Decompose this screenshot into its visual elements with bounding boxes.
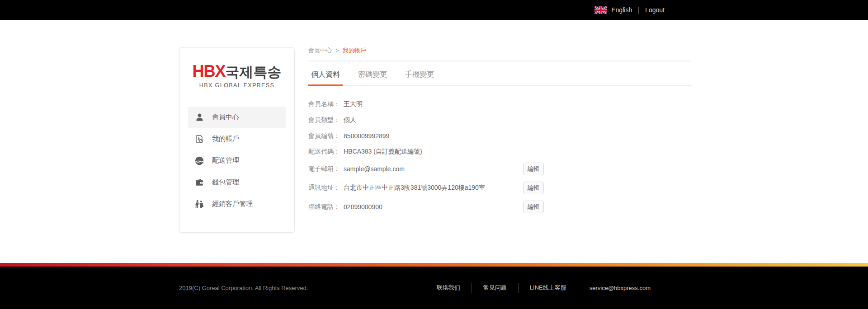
sidebar-item-delivery-manage[interactable]: 配送管理 bbox=[188, 150, 286, 172]
tab-profile[interactable]: 個人資料 bbox=[308, 61, 343, 85]
field-label: 通訊地址： bbox=[308, 184, 344, 192]
sidebar-item-member-center[interactable]: 會員中心 bbox=[188, 107, 286, 128]
footer-links: 联络我们常见问题LINE线上客服service@hbxpress.com bbox=[425, 283, 662, 293]
logo: HBX국제특송 HBX GLOBAL EXPRESS bbox=[179, 63, 294, 89]
footer-link-line-service[interactable]: LINE线上客服 bbox=[519, 284, 578, 292]
field-value: 台北市中正區中正路3段381號3000弄120樓a190室 bbox=[344, 184, 485, 192]
profile-field-row: 會員類型： 個人 bbox=[308, 112, 691, 128]
edit-button[interactable]: 編輯 bbox=[523, 182, 544, 194]
copyright-text: 2019(C) Goreal Corporation. All Rights R… bbox=[179, 285, 308, 291]
breadcrumb-separator: > bbox=[335, 47, 339, 54]
profile-field-row: 會員編號： 8500009992899 bbox=[308, 128, 691, 144]
field-label: 聯絡電話： bbox=[308, 203, 344, 211]
sidebar: HBX국제특송 HBX GLOBAL EXPRESS 會員中心 我的帳戶 配送管… bbox=[179, 47, 295, 233]
language-toggle[interactable]: English bbox=[611, 6, 632, 14]
footer-link-contact-us[interactable]: 联络我们 bbox=[425, 284, 472, 292]
profile-field-row: 配送代碼： HBCA383 (自訂義配送編號) bbox=[308, 144, 691, 159]
tab-password[interactable]: 密碼變更 bbox=[355, 61, 390, 85]
page-body: HBX국제특송 HBX GLOBAL EXPRESS 會員中心 我的帳戶 配送管… bbox=[0, 20, 868, 263]
footer-gradient-strip bbox=[0, 263, 868, 267]
field-value: 02099000900 bbox=[344, 203, 382, 211]
footer: 2019(C) Goreal Corporation. All Rights R… bbox=[0, 267, 868, 309]
footer-link-service-email[interactable]: service@hbxpress.com bbox=[578, 285, 662, 291]
logo-brand-text: HBX bbox=[193, 62, 226, 80]
person-icon bbox=[194, 112, 205, 122]
sidebar-item-label: 我的帳戶 bbox=[212, 135, 239, 143]
globe-icon bbox=[194, 156, 205, 166]
field-value: 8500009992899 bbox=[344, 132, 389, 140]
sidebar-item-label: 會員中心 bbox=[212, 113, 239, 122]
edit-button[interactable]: 編輯 bbox=[523, 163, 544, 175]
sidebar-item-dealer-manage[interactable]: 經銷客戶管理 bbox=[188, 193, 286, 215]
main-content: 會員中心>我的帳戶 個人資料密碼變更手機變更 會員名稱： 王大明 會員類型： 個… bbox=[308, 20, 691, 233]
logout-button[interactable]: Logout bbox=[645, 6, 665, 14]
field-label: 會員名稱： bbox=[308, 100, 344, 108]
sidebar-menu: 會員中心 我的帳戶 配送管理 錢包管理 經銷客戶管理 bbox=[179, 107, 294, 215]
breadcrumb-current: 我的帳戶 bbox=[343, 47, 366, 54]
logo-korean-text: 국제특송 bbox=[226, 64, 282, 80]
field-value: 個人 bbox=[344, 116, 356, 124]
sidebar-item-label: 配送管理 bbox=[212, 156, 239, 165]
sidebar-item-label: 錢包管理 bbox=[212, 178, 239, 187]
field-label: 會員類型： bbox=[308, 116, 344, 124]
sidebar-item-label: 經銷客戶管理 bbox=[212, 200, 253, 208]
profile-field-row: 會員名稱： 王大明 bbox=[308, 96, 691, 112]
document-edit-icon bbox=[194, 134, 205, 144]
profile-field-row: 聯絡電話： 02099000900 編輯 bbox=[308, 197, 691, 216]
field-value: 王大明 bbox=[344, 100, 363, 108]
profile-field-row: 通訊地址： 台北市中正區中正路3段381號3000弄120樓a190室 編輯 bbox=[308, 178, 691, 197]
field-label: 配送代碼： bbox=[308, 148, 344, 156]
profile-field-row: 電子郵箱： sample@sample.com 編輯 bbox=[308, 159, 691, 178]
field-value: HBCA383 (自訂義配送編號) bbox=[344, 148, 422, 156]
footer-link-faq[interactable]: 常见问题 bbox=[472, 284, 518, 292]
topbar-divider bbox=[638, 7, 639, 14]
edit-button[interactable]: 編輯 bbox=[523, 201, 544, 213]
topbar: English Logout bbox=[0, 0, 868, 20]
uk-flag-icon bbox=[594, 6, 607, 14]
field-label: 會員編號： bbox=[308, 132, 344, 140]
wallet-icon bbox=[194, 178, 205, 187]
tab-phone[interactable]: 手機變更 bbox=[402, 61, 437, 85]
logo-subtitle: HBX GLOBAL EXPRESS bbox=[179, 83, 294, 89]
breadcrumb-parent[interactable]: 會員中心 bbox=[308, 47, 332, 54]
partners-icon bbox=[194, 199, 205, 209]
field-value: sample@sample.com bbox=[344, 165, 405, 173]
sidebar-item-wallet-manage[interactable]: 錢包管理 bbox=[188, 172, 286, 193]
sidebar-item-my-account[interactable]: 我的帳戶 bbox=[188, 128, 286, 150]
field-label: 電子郵箱： bbox=[308, 165, 344, 173]
breadcrumb: 會員中心>我的帳戶 bbox=[308, 47, 691, 55]
tab-bar: 個人資料密碼變更手機變更 bbox=[308, 61, 691, 86]
profile-fields: 會員名稱： 王大明 會員類型： 個人 會員編號： 8500009992899 配… bbox=[308, 96, 691, 216]
